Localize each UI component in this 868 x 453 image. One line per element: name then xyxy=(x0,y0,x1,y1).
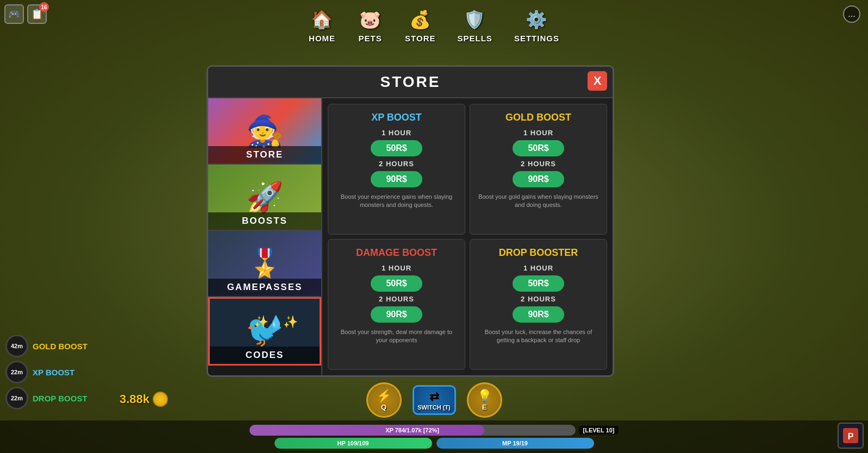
store-header: STORE X xyxy=(208,67,613,98)
damage-boost-1h-button[interactable]: 50R$ xyxy=(371,275,422,292)
bars-area: XP 784/1.07k [72%] [LEVEL 10] HP 109/109… xyxy=(0,420,868,453)
playbragost-logo: P xyxy=(838,423,864,449)
nav-item-store[interactable]: 💰 STORE xyxy=(405,7,435,43)
gold-amount-text: 3.88k xyxy=(120,392,149,406)
drop-boost-hud-label: DROP BOOST xyxy=(33,394,88,403)
drop-boost-desc: Boost your luck, increase the chances of… xyxy=(477,328,600,345)
e-ability-key: E xyxy=(482,403,487,411)
gold-boost-2h-label: 2 HOURS xyxy=(521,160,556,168)
drop-boost-title: DROP BOOSTER xyxy=(499,247,578,259)
sidebar-item-codes[interactable]: 🐦 ✨💧✨ CODES xyxy=(208,297,321,366)
level-badge: [LEVEL 10] xyxy=(579,426,619,435)
gold-boost-desc: Boost your gold gains when slaying monst… xyxy=(477,193,600,210)
store-body: 🧙 STORE 🚀 BOOSTS 🎖️ GAMEPASSES xyxy=(208,98,613,375)
nav-label-settings: SETTINGS xyxy=(514,34,559,43)
xp-bar-row: XP 784/1.07k [72%] [LEVEL 10] xyxy=(5,425,863,436)
sidebar-label-boosts: BOOSTS xyxy=(208,212,321,230)
ability-q-button[interactable]: ⚡ Q xyxy=(366,382,402,418)
hp-bar-text: HP 109/109 xyxy=(274,438,432,449)
q-ability-icon: ⚡ xyxy=(377,389,391,403)
sidebar-item-gamepasses[interactable]: 🎖️ GAMEPASSES xyxy=(208,231,321,297)
xp-boost-title: XP BOOST xyxy=(371,112,422,123)
close-button[interactable]: X xyxy=(588,71,607,91)
nav-label-home: HOME xyxy=(309,34,335,43)
svg-text:P: P xyxy=(848,432,854,441)
xp-boost-card: XP BOOST 1 HOUR 50R$ 2 HOURS 90R$ Boost … xyxy=(328,104,465,235)
damage-boost-desc: Boost your strength, deal more damage to… xyxy=(335,328,458,345)
drop-boost-1h-label: 1 HOUR xyxy=(523,264,553,272)
drop-boost-2h-button[interactable]: 90R$ xyxy=(513,306,564,323)
drop-boost-card: DROP BOOSTER 1 HOUR 50R$ 2 HOURS 90R$ Bo… xyxy=(470,239,607,370)
drop-boost-timer: 22m xyxy=(5,387,28,410)
q-ability-key: Q xyxy=(381,403,386,411)
mp-bar: MP 19/19 xyxy=(436,438,594,449)
gold-counter: 3.88k xyxy=(120,392,168,407)
gold-boost-1h-label: 1 HOUR xyxy=(523,129,553,137)
gold-coin-icon xyxy=(153,392,168,407)
gold-boost-1h-button[interactable]: 50R$ xyxy=(513,140,564,156)
store-sidebar: 🧙 STORE 🚀 BOOSTS 🎖️ GAMEPASSES xyxy=(208,98,322,375)
hp-mp-row: HP 109/109 MP 19/19 xyxy=(274,438,594,449)
gold-boost-timer: 42m xyxy=(5,335,28,357)
nav-item-home[interactable]: 🏠 HOME xyxy=(309,7,335,43)
switch-t-button[interactable]: ⇄ SWITCH (T) xyxy=(413,385,456,415)
left-boosts-hud: 42m GOLD BOOST 22m XP BOOST 22m DROP BOO… xyxy=(5,335,88,410)
nav-item-settings[interactable]: ⚙️ SETTINGS xyxy=(514,7,559,43)
settings-icon: ⚙️ xyxy=(523,7,549,33)
damage-boost-title: DAMAGE BOOST xyxy=(356,247,437,259)
xp-bar-text: XP 784/1.07k [72%] xyxy=(249,425,576,436)
sparkles-icon: ✨💧✨ xyxy=(254,315,298,329)
nav-item-pets[interactable]: 🐷 PETS xyxy=(357,7,383,43)
drop-boost-2h-label: 2 HOURS xyxy=(521,295,556,303)
top-navigation: 🏠 HOME 🐷 PETS 💰 STORE 🛡️ SPELLS ⚙️ SETTI… xyxy=(0,0,868,49)
xp-boost-2h-button[interactable]: 90R$ xyxy=(371,171,422,187)
hp-bar: HP 109/109 xyxy=(274,438,432,449)
xp-boost-1h-label: 1 HOUR xyxy=(382,129,411,137)
xp-boost-hud-label: XP BOOST xyxy=(33,368,74,377)
damage-boost-2h-label: 2 HOURS xyxy=(379,295,414,303)
gold-boost-timer-text: 42m xyxy=(11,343,23,349)
damage-boost-card: DAMAGE BOOST 1 HOUR 50R$ 2 HOURS 90R$ Bo… xyxy=(328,239,465,370)
switch-icon: ⇄ xyxy=(429,390,439,404)
ability-e-button[interactable]: 💡 E xyxy=(467,382,502,418)
xp-bar: XP 784/1.07k [72%] xyxy=(249,425,576,436)
store-icon: 💰 xyxy=(407,7,433,33)
sidebar-item-boosts[interactable]: 🚀 BOOSTS xyxy=(208,165,321,231)
nav-item-spells[interactable]: 🛡️ SPELLS xyxy=(458,7,492,43)
mp-bar-text: MP 19/19 xyxy=(436,438,594,449)
gold-boost-card: GOLD BOOST 1 HOUR 50R$ 2 HOURS 90R$ Boos… xyxy=(470,104,607,235)
store-title: STORE xyxy=(380,73,441,90)
gold-boost-hud-item: 42m GOLD BOOST xyxy=(5,335,88,357)
nav-label-store: STORE xyxy=(405,34,435,43)
gold-boost-title: GOLD BOOST xyxy=(505,112,571,123)
xp-boost-timer-text: 22m xyxy=(11,369,23,375)
e-ability-icon: 💡 xyxy=(477,389,492,403)
nav-label-spells: SPELLS xyxy=(458,34,492,43)
gold-boost-2h-button[interactable]: 90R$ xyxy=(513,171,564,187)
damage-boost-1h-label: 1 HOUR xyxy=(382,264,411,272)
xp-boost-2h-label: 2 HOURS xyxy=(379,160,414,168)
pets-icon: 🐷 xyxy=(357,7,383,33)
xp-boost-timer: 22m xyxy=(5,361,28,383)
sidebar-item-store[interactable]: 🧙 STORE xyxy=(208,98,321,165)
nav-label-pets: PETS xyxy=(359,34,382,43)
spells-icon: 🛡️ xyxy=(462,7,488,33)
store-modal: STORE X 🧙 STORE 🚀 BOOSTS 🎖️ xyxy=(207,65,614,377)
switch-label: SWITCH (T) xyxy=(417,404,450,411)
sidebar-label-store: STORE xyxy=(208,146,321,163)
store-content: XP BOOST 1 HOUR 50R$ 2 HOURS 90R$ Boost … xyxy=(322,98,613,375)
gold-boost-hud-label: GOLD BOOST xyxy=(33,342,88,351)
xp-boost-1h-button[interactable]: 50R$ xyxy=(371,140,422,156)
drop-boost-hud-item: 22m DROP BOOST xyxy=(5,387,88,410)
ability-row: ⚡ Q ⇄ SWITCH (T) 💡 E xyxy=(366,382,502,418)
sidebar-label-codes: CODES xyxy=(210,347,320,364)
drop-boost-timer-text: 22m xyxy=(11,395,23,401)
sidebar-label-gamepasses: GAMEPASSES xyxy=(208,279,321,296)
logo-icon: P xyxy=(841,426,860,445)
xp-boost-hud-item: 22m XP BOOST xyxy=(5,361,88,383)
home-icon: 🏠 xyxy=(309,7,335,33)
xp-boost-desc: Boost your experience gains when slaying… xyxy=(335,193,458,210)
drop-boost-1h-button[interactable]: 50R$ xyxy=(513,275,564,292)
damage-boost-2h-button[interactable]: 90R$ xyxy=(371,306,422,323)
